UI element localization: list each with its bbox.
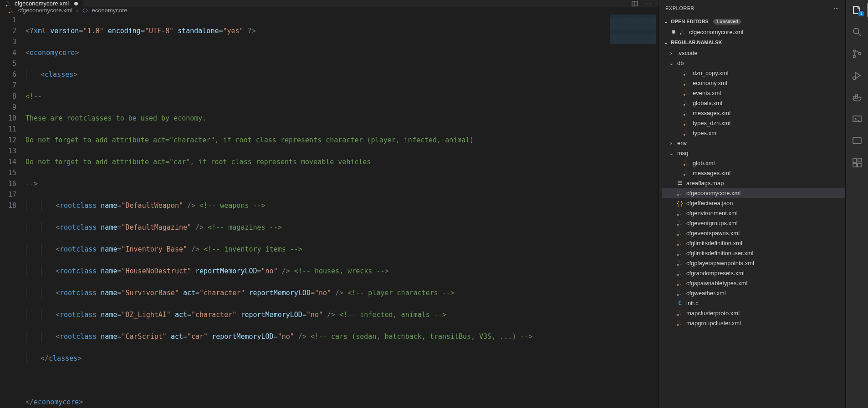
docker-activity-icon[interactable] [852, 92, 863, 103]
xml-file-icon [683, 109, 690, 116]
open-editor-item[interactable]: cfgeconomycore.xml [662, 27, 845, 37]
folder-db[interactable]: ⌄db [662, 58, 845, 68]
explorer-title: EXPLORER [665, 5, 694, 11]
run-debug-activity-icon[interactable] [852, 70, 863, 81]
file-item[interactable]: { }cfgeffectarea.json [662, 198, 845, 208]
svg-point-4 [680, 33, 682, 35]
code-content[interactable]: <?xml version="1.0" encoding="UTF-8" sta… [26, 14, 659, 408]
explorer-activity-icon[interactable]: 1 [852, 5, 863, 15]
svg-point-20 [677, 234, 679, 236]
svg-point-0 [6, 5, 8, 6]
testing-activity-icon[interactable] [852, 136, 863, 146]
file-item[interactable]: economy.xml [662, 78, 845, 88]
xml-file-icon [676, 219, 684, 227]
open-editor-name: cfgeconomycore.xml [689, 29, 743, 35]
open-editors-section[interactable]: ⌄ OPEN EDITORS 1 unsaved [662, 16, 845, 27]
xml-file-icon [676, 189, 684, 196]
xml-file-icon [676, 289, 684, 297]
svg-point-27 [677, 314, 679, 316]
json-file-icon: { } [676, 199, 684, 207]
workspace-name: REGULAR.NAMALSK [671, 40, 722, 45]
file-item[interactable]: messages.xml [662, 108, 845, 118]
explorer-more-icon[interactable]: ··· [834, 5, 839, 11]
svg-point-31 [853, 50, 855, 52]
xml-file-icon [676, 309, 684, 317]
chevron-down-icon: ⌄ [663, 39, 669, 45]
activity-bar: 1 [845, 0, 868, 408]
source-control-activity-icon[interactable] [852, 48, 863, 59]
xml-file-icon [676, 249, 684, 257]
file-item[interactable]: globals.xml [662, 98, 845, 108]
map-file-icon [676, 179, 684, 186]
chevron-down-icon: ⌄ [663, 18, 669, 25]
svg-point-9 [684, 114, 685, 116]
workspace-section[interactable]: ⌄ REGULAR.NAMALSK [662, 37, 845, 48]
code-editor[interactable]: 123456789101112131415161718 <?xml versio… [0, 14, 659, 408]
svg-point-11 [684, 134, 685, 136]
remote-activity-icon[interactable] [852, 114, 863, 125]
file-item[interactable]: types.xml [662, 128, 845, 138]
file-item[interactable]: types_dzn.xml [662, 118, 845, 128]
svg-point-18 [677, 214, 679, 216]
svg-point-8 [684, 104, 685, 106]
chevron-down-icon: ⌄ [668, 150, 674, 156]
svg-point-32 [853, 55, 855, 58]
file-item[interactable]: mapgroupcluster.xml [662, 318, 845, 328]
svg-point-22 [677, 254, 679, 256]
breadcrumb-symbol[interactable]: economycore [92, 7, 128, 14]
search-activity-icon[interactable] [852, 26, 863, 37]
svg-point-3 [9, 11, 10, 13]
tab-cfgeconomycore[interactable]: cfgeconomycore.xml [0, 0, 84, 7]
file-item[interactable]: cfglimitsdefinition.xml [662, 238, 845, 248]
file-item[interactable]: events.xml [662, 88, 845, 98]
xml-file-icon [676, 259, 684, 267]
folder-.vscode[interactable]: ›.vscode [662, 48, 845, 58]
extensions-activity-icon[interactable] [852, 157, 863, 168]
svg-point-25 [677, 284, 679, 286]
split-editor-icon[interactable] [632, 0, 638, 7]
svg-rect-43 [853, 163, 857, 167]
editor-actions: ··· [632, 0, 659, 7]
folder-env[interactable]: ›env [662, 138, 845, 148]
svg-point-33 [858, 53, 861, 55]
file-item[interactable]: cfgeventspawns.xml [662, 228, 845, 238]
svg-point-23 [677, 264, 679, 266]
file-item[interactable]: cfgweather.xml [662, 288, 845, 298]
breadcrumb[interactable]: cfgeconomycore.xml › economycore [0, 7, 659, 14]
svg-rect-39 [853, 116, 861, 121]
file-item[interactable]: cfgeventgroups.xml [662, 218, 845, 228]
file-item[interactable]: Cinit.c [662, 298, 845, 308]
file-item[interactable]: dzn_copy.xml [662, 68, 845, 78]
folder-msg[interactable]: ⌄msg [662, 148, 845, 158]
activity-badge: 1 [858, 11, 864, 16]
file-item[interactable]: cfglimitsdefinitionuser.xml [662, 248, 845, 258]
open-editors-label: OPEN EDITORS [671, 19, 709, 24]
xml-file-icon [683, 119, 690, 126]
chevron-right-icon: › [668, 50, 674, 56]
file-item[interactable]: cfgeconomycore.xml [662, 188, 845, 198]
xml-file-icon [8, 7, 15, 14]
breadcrumb-file[interactable]: cfgeconomycore.xml [18, 7, 72, 14]
minimap[interactable] [610, 15, 656, 51]
c-file-icon: C [676, 299, 684, 307]
file-item[interactable]: cfgenvironment.xml [662, 208, 845, 218]
svg-point-6 [684, 84, 685, 86]
svg-marker-34 [855, 72, 860, 79]
svg-rect-36 [853, 96, 855, 98]
svg-rect-40 [853, 137, 861, 144]
svg-point-26 [677, 294, 679, 296]
file-item[interactable]: cfgplayerspawnpoints.xml [662, 258, 845, 268]
svg-point-17 [677, 194, 679, 196]
xml-file-icon [683, 69, 690, 76]
xml-file-icon [676, 239, 684, 247]
file-item[interactable]: cfgspawnabletypes.xml [662, 278, 845, 288]
more-actions-icon[interactable]: ··· [644, 0, 652, 7]
file-item[interactable]: cfgrandompresets.xml [662, 268, 845, 278]
file-item[interactable]: areaflags.map [662, 178, 845, 188]
file-item[interactable]: mapclusterproto.xml [662, 308, 845, 318]
file-item[interactable]: glob.xml [662, 158, 845, 168]
xml-file-icon [676, 269, 684, 277]
file-item[interactable]: messages.xml [662, 168, 845, 178]
xml-file-icon [683, 159, 690, 166]
editor-column: cfgeconomycore.xml ··· cfgeconomycore.xm… [0, 0, 659, 408]
